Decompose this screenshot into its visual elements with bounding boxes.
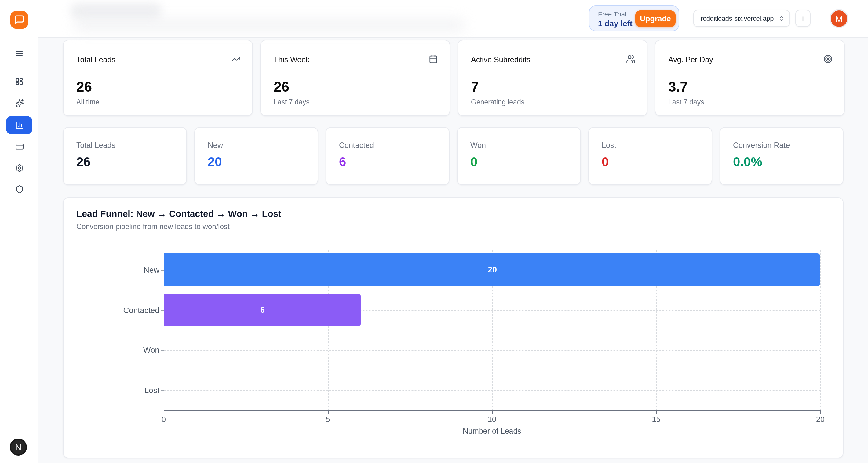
x-axis-tick — [656, 411, 657, 413]
sidebar-item-analytics[interactable] — [6, 116, 32, 134]
mini-label: Lost — [602, 141, 616, 150]
calendar-icon — [429, 54, 438, 64]
redacted-page-title — [70, 3, 162, 19]
funnel-bar-contacted: 6 — [164, 294, 361, 326]
y-axis-label-won: Won — [143, 346, 159, 355]
sidebar-item-billing[interactable] — [6, 137, 32, 156]
x-axis-tick-label: 5 — [326, 415, 330, 424]
mini-card-won: Won 0 — [457, 127, 581, 185]
mini-label: Total Leads — [76, 141, 116, 150]
mini-label: Conversion Rate — [733, 141, 790, 150]
mini-card-new: New 20 — [194, 127, 318, 185]
x-axis-tick-label: 20 — [816, 415, 825, 424]
primary-stats-row: Total Leads 26 All time This Week 26 Las… — [63, 40, 845, 116]
stat-value: 7 — [471, 79, 479, 95]
x-axis-tick-label: 0 — [161, 415, 166, 424]
trending-up-icon — [231, 54, 241, 64]
bar-chart-icon — [15, 121, 24, 129]
nextjs-dev-badge[interactable]: N — [10, 438, 27, 456]
stat-card-avg-per-day: Avg. Per Day 3.7 Last 7 days — [655, 40, 845, 116]
bar-value-label: 20 — [488, 266, 497, 275]
user-avatar[interactable]: M — [830, 9, 848, 28]
x-axis-tick — [328, 411, 329, 413]
y-axis-label-new: New — [144, 266, 159, 275]
gear-icon — [15, 164, 24, 172]
avatar-initial: M — [835, 14, 842, 24]
stat-title: Avg. Per Day — [668, 56, 713, 64]
y-axis-tick — [161, 270, 164, 271]
mini-card-lost: Lost 0 — [588, 127, 712, 185]
mini-value: 0 — [470, 155, 477, 169]
stat-title: This Week — [274, 56, 310, 64]
sidebar-item-leads[interactable] — [6, 94, 32, 113]
mini-value: 20 — [208, 155, 222, 169]
sidebar-item-security[interactable] — [6, 180, 32, 198]
mini-value: 0 — [602, 155, 609, 169]
stat-caption: Last 7 days — [668, 98, 704, 106]
chart-title: Lead Funnel: New → Contacted → Won → Los… — [76, 208, 281, 219]
stat-caption: Generating leads — [471, 98, 524, 106]
y-axis-tick — [161, 350, 164, 351]
x-axis-tick — [164, 411, 164, 413]
x-axis-tick — [492, 411, 493, 413]
app-logo[interactable] — [10, 11, 28, 29]
x-axis-tick-label: 10 — [488, 415, 496, 424]
y-axis-tick — [161, 310, 164, 311]
x-axis-tick-label: 15 — [652, 415, 661, 424]
sparkles-icon — [15, 99, 24, 107]
stat-card-this-week: This Week 26 Last 7 days — [260, 40, 450, 116]
sidebar: N — [0, 0, 38, 463]
mini-value: 0.0% — [733, 155, 762, 169]
y-axis-label-lost: Lost — [145, 386, 159, 395]
v-gridline — [820, 250, 821, 410]
credit-card-icon — [15, 142, 24, 151]
top-header: Free Trial 1 day left Upgrade redditlead… — [38, 0, 868, 38]
project-name: redditleads-six.vercel.app — [701, 15, 778, 22]
pipeline-stats-row: Total Leads 26 New 20 Contacted 6 Won 0 … — [63, 127, 843, 185]
y-axis-tick — [161, 390, 164, 391]
users-icon — [626, 54, 635, 64]
app-screen: N Free Trial 1 day left Upgrade redditle… — [0, 0, 868, 463]
lead-funnel-card: Lead Funnel: New → Contacted → Won → Los… — [63, 197, 843, 458]
stat-title: Active Subreddits — [471, 56, 530, 64]
chart-subtitle: Conversion pipeline from new leads to wo… — [76, 222, 230, 231]
funnel-bar-new: 20 — [164, 254, 820, 286]
target-icon — [824, 54, 833, 64]
trial-label: Free Trial — [598, 10, 626, 18]
sidebar-menu-toggle[interactable] — [6, 44, 32, 62]
stat-card-active-subreddits: Active Subreddits 7 Generating leads — [458, 40, 648, 116]
chart-plot: Number of Leads NewContactedWonLost05101… — [164, 250, 820, 410]
x-axis-tick — [820, 411, 821, 413]
stat-caption: All time — [76, 98, 99, 106]
trial-banner: Free Trial 1 day left Upgrade — [589, 5, 679, 31]
sidebar-item-dashboard[interactable] — [6, 72, 32, 90]
stat-title: Total Leads — [76, 56, 116, 64]
mini-card-conversion-rate: Conversion Rate 0.0% — [719, 127, 843, 185]
y-axis-label-contacted: Contacted — [123, 305, 159, 315]
add-project-button[interactable]: + — [795, 10, 811, 27]
mini-label: New — [208, 141, 223, 150]
stat-value: 26 — [76, 79, 92, 95]
stat-value: 3.7 — [668, 79, 688, 95]
bar-value-label: 6 — [260, 305, 265, 315]
mini-label: Contacted — [339, 141, 374, 150]
dev-badge-letter: N — [15, 442, 21, 452]
x-axis-title: Number of Leads — [164, 427, 820, 435]
redacted-page-subtitle — [74, 19, 465, 31]
layout-dashboard-icon — [15, 77, 23, 85]
project-selector[interactable]: redditleads-six.vercel.app — [693, 10, 790, 27]
stat-card-total-leads: Total Leads 26 All time — [63, 40, 253, 116]
stat-value: 26 — [274, 79, 289, 95]
message-square-icon — [14, 15, 25, 25]
upgrade-button[interactable]: Upgrade — [635, 10, 676, 27]
chevrons-up-down-icon — [778, 15, 785, 22]
mini-value: 6 — [339, 155, 346, 169]
sidebar-item-settings[interactable] — [6, 159, 32, 177]
shield-icon — [15, 185, 24, 194]
mini-card-total-leads: Total Leads 26 — [63, 127, 187, 185]
mini-label: Won — [470, 141, 486, 150]
stat-caption: Last 7 days — [274, 98, 310, 106]
mini-card-contacted: Contacted 6 — [326, 127, 450, 185]
hamburger-icon — [15, 49, 24, 58]
main-content: Total Leads 26 All time This Week 26 Las… — [38, 38, 868, 463]
